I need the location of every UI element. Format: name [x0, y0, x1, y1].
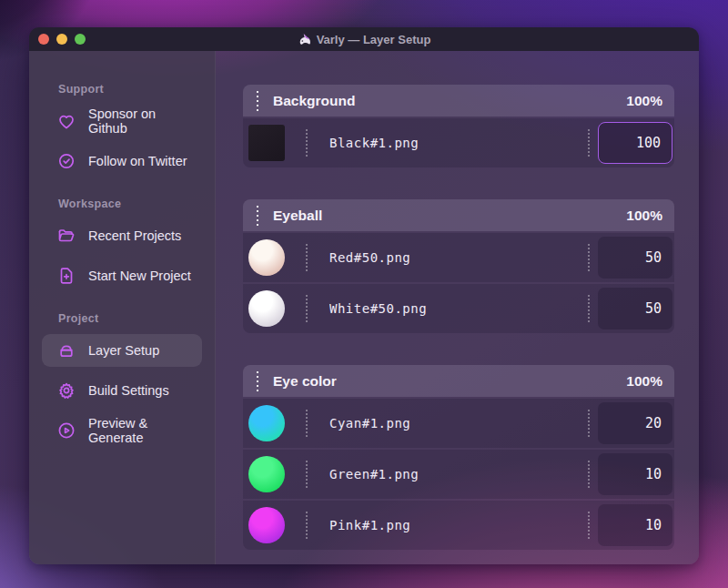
layer-row: Red#50.png	[243, 233, 674, 282]
unicorn-icon	[298, 33, 311, 46]
sidebar-item-label: Start New Project	[88, 269, 191, 283]
dotted-divider	[306, 295, 308, 322]
sidebar-item-start-new-project[interactable]: Start New Project	[42, 259, 202, 292]
layer-thumbnail	[248, 239, 285, 276]
layer-filename: White#50.png	[329, 301, 588, 316]
minimize-button[interactable]	[56, 34, 67, 45]
layer-weight-input[interactable]	[598, 237, 672, 279]
layer-thumbnail	[248, 405, 285, 441]
sidebar-item-sponsor-on-github[interactable]: Sponsor on Github	[42, 105, 202, 137]
sidebar-section-workspace: WorkspaceRecent ProjectsStart New Projec…	[42, 198, 202, 292]
heart-icon	[56, 111, 76, 131]
dotted-divider	[588, 295, 590, 322]
layer-setup-panel: Background100%Black#1.pngEyeball100%Red#…	[216, 51, 699, 564]
layer-thumbnail	[248, 125, 285, 161]
layer-weight-input[interactable]	[598, 402, 672, 444]
drag-handle-icon[interactable]	[256, 90, 259, 112]
sidebar-item-label: Follow on Twitter	[88, 154, 187, 168]
layer-group-header[interactable]: Eye color100%	[243, 365, 674, 397]
layer-thumbnail	[248, 290, 285, 327]
app-window: Varly — Layer Setup SupportSponsor on Gi…	[29, 27, 699, 564]
layer-filename: Cyan#1.png	[329, 416, 588, 431]
group-title: Eye color	[273, 373, 626, 390]
layer-thumbnail	[248, 456, 285, 492]
sidebar-item-layer-setup[interactable]: Layer Setup	[42, 334, 202, 367]
sidebar-item-label: Preview & Generate	[88, 416, 193, 445]
sidebar-item-label: Recent Projects	[88, 228, 181, 243]
layer-group-header[interactable]: Eyeball100%	[243, 199, 674, 231]
dotted-divider	[588, 244, 590, 271]
layer-filename: Black#1.png	[329, 136, 588, 150]
dotted-divider	[588, 129, 590, 157]
group-weight: 100%	[626, 93, 662, 109]
section-label: Support	[58, 83, 202, 96]
folder-icon	[56, 226, 76, 246]
group-weight: 100%	[626, 208, 662, 224]
layer-weight-input[interactable]	[598, 504, 672, 546]
layer-row: Green#1.png	[243, 450, 674, 499]
sidebar: SupportSponsor on GithubFollow on Twitte…	[29, 51, 216, 564]
layer-weight-input[interactable]	[598, 453, 672, 495]
dotted-divider	[306, 461, 308, 488]
dotted-divider	[306, 244, 308, 271]
group-weight: 100%	[626, 373, 662, 390]
layers-icon	[56, 340, 76, 360]
layer-filename: Pink#1.png	[329, 518, 588, 532]
layer-group-eyeball: Eyeball100%Red#50.pngWhite#50.png	[243, 199, 674, 333]
group-title: Background	[273, 93, 626, 109]
layer-thumbnail	[248, 507, 285, 543]
section-label: Project	[58, 312, 202, 326]
layer-group-background: Background100%Black#1.png	[243, 85, 674, 167]
sidebar-item-label: Layer Setup	[88, 343, 159, 358]
drag-handle-icon[interactable]	[256, 205, 259, 227]
close-button[interactable]	[38, 34, 49, 45]
dotted-divider	[306, 512, 308, 539]
layer-row: Cyan#1.png	[243, 399, 674, 448]
sidebar-item-build-settings[interactable]: Build Settings	[42, 374, 202, 407]
sidebar-item-recent-projects[interactable]: Recent Projects	[42, 219, 202, 252]
drag-handle-icon[interactable]	[256, 370, 259, 392]
layer-group-eye-color: Eye color100%Cyan#1.pngGreen#1.pngPink#1…	[243, 365, 674, 550]
sidebar-section-support: SupportSponsor on GithubFollow on Twitte…	[42, 83, 202, 177]
zoom-button[interactable]	[75, 34, 86, 45]
file-plus-icon	[56, 266, 76, 286]
layer-filename: Red#50.png	[329, 250, 588, 265]
layer-row: Pink#1.png	[243, 501, 674, 550]
layer-weight-input[interactable]	[598, 288, 672, 329]
play-circle-icon	[56, 421, 76, 441]
layer-group-header[interactable]: Background100%	[243, 85, 674, 117]
sidebar-item-label: Sponsor on Github	[88, 106, 193, 136]
gear-icon	[56, 380, 76, 400]
sidebar-item-follow-on-twitter[interactable]: Follow on Twitter	[42, 145, 202, 177]
window-title: Varly — Layer Setup	[298, 33, 431, 46]
sidebar-item-preview-generate[interactable]: Preview & Generate	[42, 414, 202, 447]
titlebar[interactable]: Varly — Layer Setup	[29, 27, 699, 51]
layer-row: Black#1.png	[243, 118, 674, 167]
dotted-divider	[588, 410, 590, 437]
layer-filename: Green#1.png	[329, 467, 588, 482]
layer-row: White#50.png	[243, 284, 674, 333]
dotted-divider	[306, 410, 308, 437]
section-label: Workspace	[58, 198, 202, 211]
sidebar-section-project: ProjectLayer SetupBuild SettingsPreview …	[42, 312, 202, 447]
dotted-divider	[588, 512, 590, 539]
layer-weight-input[interactable]	[598, 122, 672, 164]
badge-check-icon	[56, 151, 76, 171]
dotted-divider	[588, 461, 590, 488]
group-title: Eyeball	[273, 208, 626, 224]
window-title-text: Varly — Layer Setup	[317, 33, 431, 46]
traffic-lights	[38, 27, 86, 51]
dotted-divider	[306, 129, 308, 157]
sidebar-item-label: Build Settings	[88, 383, 169, 398]
